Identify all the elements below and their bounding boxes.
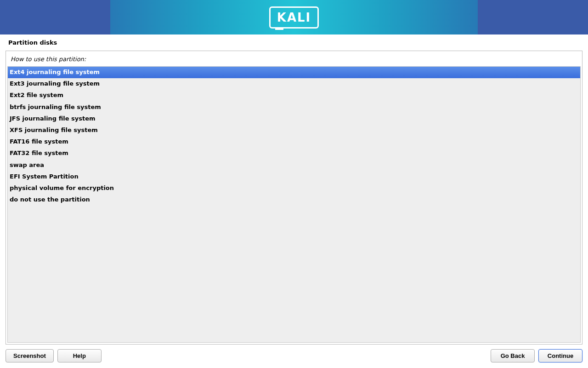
list-item[interactable]: do not use the partition (8, 194, 580, 206)
footer-bar: Screenshot Help Go Back Continue (0, 345, 588, 368)
list-item[interactable]: swap area (8, 160, 580, 171)
list-item[interactable]: physical volume for encryption (8, 183, 580, 194)
page-title: Partition disks (0, 34, 588, 49)
list-item[interactable]: btrfs journaling file system (8, 102, 580, 113)
footer-left: Screenshot Help (6, 349, 102, 362)
list-item[interactable]: Ext2 file system (8, 90, 580, 101)
header-center: KALI (110, 0, 478, 34)
prompt-label: How to use this partition: (6, 51, 582, 65)
list-item[interactable]: XFS journaling file system (8, 125, 580, 136)
continue-button[interactable]: Continue (538, 349, 582, 362)
header-banner: KALI (0, 0, 588, 34)
list-item[interactable]: FAT32 file system (8, 148, 580, 159)
list-item[interactable]: EFI System Partition (8, 171, 580, 183)
footer-right: Go Back Continue (491, 349, 582, 362)
logo-text: KALI (277, 11, 311, 24)
content-panel: How to use this partition: Ext4 journali… (6, 51, 582, 345)
kali-logo: KALI (269, 6, 319, 29)
list-item[interactable]: Ext4 journaling file system (8, 67, 580, 78)
screenshot-button[interactable]: Screenshot (6, 349, 54, 362)
list-item[interactable]: Ext3 journaling file system (8, 78, 580, 90)
go-back-button[interactable]: Go Back (491, 349, 535, 362)
partition-use-list[interactable]: Ext4 journaling file systemExt3 journali… (7, 66, 581, 343)
help-button[interactable]: Help (57, 349, 102, 362)
list-item[interactable]: JFS journaling file system (8, 113, 580, 125)
list-item[interactable]: FAT16 file system (8, 136, 580, 148)
